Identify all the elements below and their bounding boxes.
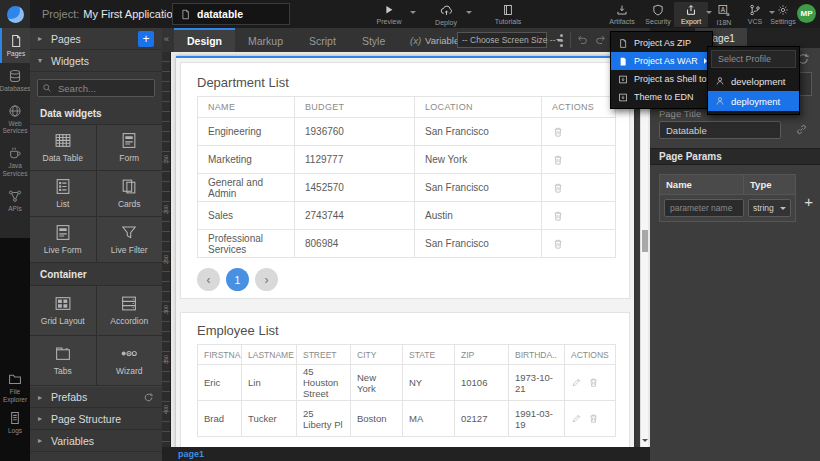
tutorials-button[interactable]: Tutorials: [486, 2, 530, 27]
edit-row-icon[interactable]: [571, 377, 582, 388]
column-header[interactable]: ACTIONS: [542, 97, 616, 118]
sidebar-item-apis[interactable]: APIs: [0, 183, 30, 218]
widget-search-input[interactable]: [37, 79, 155, 97]
column-header[interactable]: BUDGET: [295, 97, 415, 118]
department-list-panel[interactable]: Department List NAME BUDGET LOCATION ACT…: [180, 62, 630, 299]
preview-button[interactable]: Preview: [366, 2, 412, 27]
widget-tile-live-form[interactable]: Live Form: [30, 217, 96, 262]
widgets-accordion[interactable]: ▾ Widgets: [30, 50, 162, 72]
delete-row-icon[interactable]: [552, 210, 564, 222]
column-header[interactable]: ZIP: [455, 345, 509, 365]
table-row[interactable]: BradTucker25 Liberty PlBostonMA021271991…: [198, 401, 616, 437]
scrollbar-down-arrow[interactable]: [642, 439, 648, 445]
add-page-button[interactable]: +: [138, 31, 154, 47]
i18n-button[interactable]: I18N: [709, 2, 739, 27]
delete-row-icon[interactable]: [588, 413, 599, 424]
column-header[interactable]: STATE: [403, 345, 455, 365]
page-tab-datatable[interactable]: datatable: [172, 3, 290, 25]
table-row[interactable]: Professional Services806984San Francisco: [198, 230, 616, 258]
page-preview[interactable]: Department List NAME BUDGET LOCATION ACT…: [176, 56, 634, 447]
status-page-name[interactable]: page1: [178, 449, 204, 459]
widget-tile-data-table[interactable]: Data Table: [30, 125, 96, 170]
sidebar-item-logs[interactable]: Logs: [0, 405, 30, 440]
widget-tile-accordion[interactable]: Accordion: [97, 286, 163, 335]
current-page-button[interactable]: 1: [226, 268, 249, 291]
employee-table[interactable]: FIRSTNA.. LASTNAME STREET CITY STATE ZIP…: [197, 344, 616, 437]
scrollbar-thumb[interactable]: [642, 230, 648, 252]
table-row[interactable]: Sales2743744Austin: [198, 202, 616, 230]
column-header[interactable]: FIRSTNA..: [198, 345, 242, 365]
sidebar-item-java-services[interactable]: Java Services: [0, 140, 30, 183]
tab-script[interactable]: Script: [296, 28, 349, 52]
refresh-icon[interactable]: [143, 392, 154, 403]
widget-tile-grid-layout[interactable]: Grid Layout: [30, 286, 96, 335]
column-header[interactable]: LOCATION: [415, 97, 542, 118]
delete-row-icon[interactable]: [552, 126, 564, 138]
table-row[interactable]: EricLin45 Houston StreetNew YorkNY101061…: [198, 365, 616, 401]
edit-row-icon[interactable]: [571, 413, 582, 424]
delete-row-icon[interactable]: [552, 238, 564, 250]
screen-size-select[interactable]: -- Choose Screen Size --: [457, 32, 547, 48]
employee-list-panel[interactable]: Employee List FIRSTNA.. LASTNAME STREET …: [180, 312, 630, 447]
sidebar-item-file-explorer[interactable]: File Explorer: [0, 366, 30, 409]
deploy-button[interactable]: Deploy: [424, 2, 468, 27]
delete-row-icon[interactable]: [552, 182, 564, 194]
prev-page-button[interactable]: ‹: [197, 268, 220, 291]
artifacts-button[interactable]: Artifacts: [604, 2, 640, 27]
menu-item-project-as-zip[interactable]: Project As ZIP: [611, 34, 712, 52]
menu-item-development[interactable]: development: [708, 71, 799, 91]
column-header[interactable]: LASTNAME: [242, 345, 297, 365]
wavemaker-logo[interactable]: [0, 0, 30, 28]
table-row[interactable]: Marketing1129777New York: [198, 146, 616, 174]
column-header[interactable]: STREET: [297, 345, 351, 365]
delete-row-icon[interactable]: [552, 154, 564, 166]
undo-button[interactable]: [576, 33, 589, 46]
pages-accordion[interactable]: ▸ Pages +: [30, 28, 162, 50]
department-table[interactable]: NAME BUDGET LOCATION ACTIONS Engineering…: [197, 96, 616, 258]
user-avatar[interactable]: MP: [797, 4, 816, 23]
sidebar-item-web-services[interactable]: Web Services: [0, 98, 30, 141]
sidebar-item-databases[interactable]: Databases: [0, 63, 30, 98]
chevron-down-icon[interactable]: [410, 11, 416, 17]
widget-tile-form[interactable]: Form: [97, 125, 163, 170]
variables-accordion[interactable]: ▸ Variables: [30, 430, 162, 452]
param-type-select[interactable]: string: [748, 199, 791, 217]
prefabs-accordion[interactable]: ▸ Prefabs: [30, 386, 162, 408]
grid-icon[interactable]: [272, 9, 282, 19]
widget-tile-wizard[interactable]: Wizard: [97, 336, 163, 385]
page-title-input[interactable]: [659, 121, 781, 139]
tab-design[interactable]: Design: [174, 28, 235, 52]
column-header[interactable]: ACTIONS: [565, 345, 616, 365]
column-header[interactable]: BIRTHDA..: [509, 345, 565, 365]
chevron-down-icon[interactable]: [466, 11, 472, 17]
menu-item-deployment[interactable]: deployment: [708, 91, 799, 111]
export-button[interactable]: Export: [674, 2, 708, 27]
widget-tile-cards[interactable]: Cards: [97, 171, 163, 216]
settings-button[interactable]: Settings: [766, 2, 800, 27]
kebab-menu-icon[interactable]: [560, 34, 563, 37]
tab-style[interactable]: Style: [349, 28, 398, 52]
next-page-button[interactable]: ›: [255, 268, 278, 291]
collapse-panel-icon[interactable]: «: [164, 34, 169, 44]
add-param-button[interactable]: +: [804, 193, 813, 210]
widget-tile-live-filter[interactable]: Live Filter: [97, 217, 163, 262]
link-icon[interactable]: [795, 123, 808, 136]
menu-item-theme-to-edn[interactable]: Theme to EDN: [611, 88, 712, 106]
security-button[interactable]: Security: [641, 2, 675, 27]
sidebar-item-pages[interactable]: Pages: [0, 28, 30, 63]
table-row[interactable]: Engineering1936760San Francisco: [198, 118, 616, 146]
menu-item-project-as-war[interactable]: Project As WAR: [611, 52, 712, 70]
column-header[interactable]: CITY: [351, 345, 403, 365]
table-row[interactable]: General and Admin1452570San Francisco: [198, 174, 616, 202]
redo-button[interactable]: [594, 33, 607, 46]
column-header[interactable]: NAME: [198, 97, 295, 118]
delete-row-icon[interactable]: [588, 377, 599, 388]
tab-markup[interactable]: Markup: [235, 28, 296, 52]
page-structure-accordion[interactable]: ▸ Page Structure: [30, 408, 162, 430]
menu-item-project-as-shell-to-edn[interactable]: Project as Shell to EDN: [611, 70, 712, 88]
widget-tile-list[interactable]: List: [30, 171, 96, 216]
param-name-input[interactable]: [664, 199, 744, 217]
page-title-label: Page Title: [659, 108, 701, 119]
widget-tile-tabs[interactable]: Tabs: [30, 336, 96, 385]
canvas-scrollbar[interactable]: [640, 52, 648, 447]
